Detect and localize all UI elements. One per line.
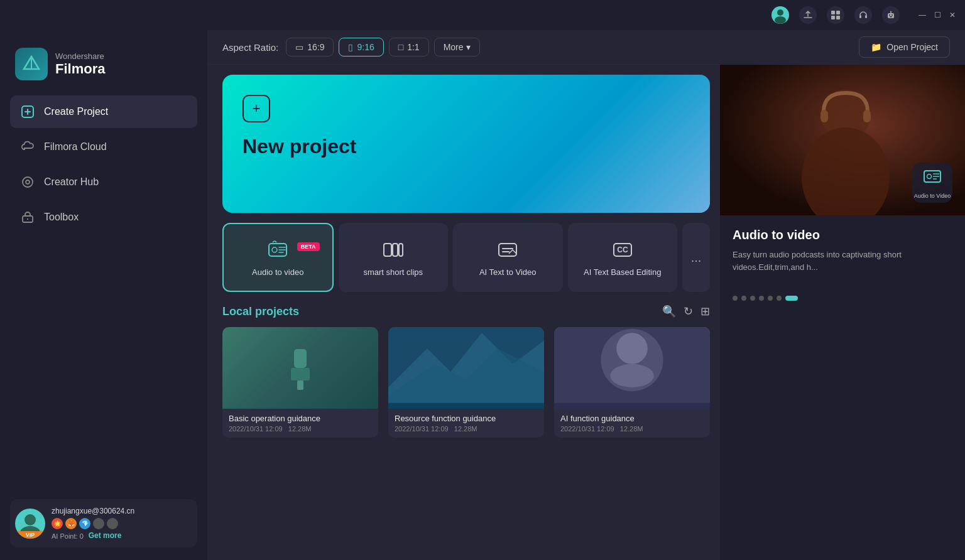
ai-points-label: AI Point: 0 bbox=[52, 532, 84, 540]
ai-text-to-video-icon bbox=[495, 237, 520, 262]
apps-grid-icon[interactable] bbox=[827, 6, 844, 24]
badge-4 bbox=[93, 518, 104, 529]
user-email: zhujiangxue@300624.cn bbox=[52, 507, 192, 515]
project-thumb-basic-op bbox=[222, 327, 378, 409]
svg-rect-54 bbox=[821, 110, 828, 122]
more-aspect-label: More bbox=[444, 42, 464, 52]
aspect-16-9-button[interactable]: ▭ 16:9 bbox=[286, 38, 334, 57]
feature-card-smart-short-clips[interactable]: smart short clips bbox=[339, 223, 449, 292]
svg-point-20 bbox=[23, 177, 33, 187]
svg-rect-31 bbox=[384, 244, 391, 256]
right-panel-thumbnail: Audio to Video bbox=[720, 65, 965, 215]
aspect-16-9-label: 16:9 bbox=[307, 42, 324, 52]
aspect-9-16-button[interactable]: ▯ 9:16 bbox=[339, 38, 383, 57]
dot-2[interactable] bbox=[741, 296, 746, 301]
svg-point-49 bbox=[610, 364, 653, 387]
project-date-basic-op: 2022/10/31 12:09 bbox=[229, 425, 283, 433]
svg-rect-45 bbox=[388, 403, 544, 409]
refresh-icon[interactable]: ↻ bbox=[684, 304, 693, 318]
window-controls[interactable]: — ☐ ✕ bbox=[917, 10, 957, 20]
robot-icon[interactable] bbox=[882, 6, 900, 24]
feature-card-ai-text-to-video[interactable]: AI Text to Video bbox=[453, 223, 563, 292]
dot-7-active[interactable] bbox=[785, 296, 798, 301]
audio-to-video-icon bbox=[265, 237, 290, 262]
aspect-ratio-label: Aspect Ratio: bbox=[222, 42, 278, 53]
dot-1[interactable] bbox=[733, 296, 738, 301]
project-meta-basic-op: 2022/10/31 12:09 12.28M bbox=[229, 425, 372, 433]
badge-3: 💎 bbox=[79, 518, 90, 529]
close-button[interactable]: ✕ bbox=[947, 10, 957, 20]
dot-5[interactable] bbox=[768, 296, 773, 301]
dot-3[interactable] bbox=[750, 296, 755, 301]
logo-subtitle: Wondershare bbox=[55, 51, 105, 61]
sidebar-item-label-creator-hub: Creator Hub bbox=[44, 176, 99, 188]
project-date-resource-fn: 2022/10/31 12:09 bbox=[395, 425, 449, 433]
main-layout: Wondershare Filmora Create Project bbox=[0, 30, 965, 560]
svg-rect-33 bbox=[399, 244, 403, 256]
minimize-button[interactable]: — bbox=[917, 10, 927, 20]
more-aspect-button[interactable]: More ▾ bbox=[434, 38, 480, 57]
dot-6[interactable] bbox=[777, 296, 782, 301]
section-header: Local projects 🔍 ↻ ⊞ bbox=[222, 304, 710, 318]
dot-4[interactable] bbox=[759, 296, 764, 301]
project-card-basic-op[interactable]: Basic operation guidance 2022/10/31 12:0… bbox=[222, 327, 378, 438]
project-meta-resource-fn: 2022/10/31 12:09 12.28M bbox=[395, 425, 538, 433]
content-area: Aspect Ratio: ▭ 16:9 ▯ 9:16 □ 1:1 More ▾ bbox=[207, 30, 965, 560]
feature-card-label-ai-text-to-video: AI Text to Video bbox=[479, 267, 537, 278]
smart-short-clips-icon bbox=[381, 237, 406, 262]
user-badges: 🌟 🦊 💎 bbox=[52, 518, 192, 529]
sidebar-item-filmora-cloud[interactable]: Filmora Cloud bbox=[10, 131, 197, 163]
open-project-label: Open Project bbox=[886, 42, 938, 52]
project-card-ai-fn[interactable]: AI function guidance 2022/10/31 12:09 12… bbox=[554, 327, 710, 438]
section-actions: 🔍 ↻ ⊞ bbox=[662, 304, 710, 318]
svg-text:CC: CC bbox=[617, 245, 628, 254]
svg-point-1 bbox=[775, 16, 786, 24]
svg-rect-6 bbox=[859, 15, 861, 18]
project-name-ai-fn: AI function guidance bbox=[560, 414, 704, 423]
cloud-icon bbox=[20, 139, 35, 154]
new-project-plus-icon: + bbox=[243, 95, 270, 122]
svg-point-21 bbox=[26, 180, 30, 184]
svg-rect-32 bbox=[393, 244, 398, 256]
user-avatar-icon[interactable] bbox=[771, 6, 789, 24]
new-project-title: New project bbox=[243, 135, 690, 158]
feature-card-ai-text-based-editing[interactable]: CC AI Text Based Editing bbox=[568, 223, 678, 292]
feature-card-ai-text-based-editing-inner: CC AI Text Based Editing bbox=[576, 237, 670, 278]
maximize-button[interactable]: ☐ bbox=[932, 10, 942, 20]
feature-card-audio-to-video[interactable]: BETA Aud bbox=[222, 223, 334, 292]
sidebar-item-toolbox[interactable]: Toolbox bbox=[10, 201, 197, 234]
project-card-resource-fn[interactable]: Resource function guidance 2022/10/31 12… bbox=[388, 327, 544, 438]
project-size-basic-op: 12.28M bbox=[288, 425, 312, 433]
svg-rect-4 bbox=[831, 16, 835, 19]
right-panel-description: Easy turn audio podcasts into captivatin… bbox=[733, 249, 952, 273]
vip-badge: VIP bbox=[15, 531, 45, 539]
sidebar-item-creator-hub[interactable]: Creator Hub bbox=[10, 166, 197, 198]
aspect-ratio-bar: Aspect Ratio: ▭ 16:9 ▯ 9:16 □ 1:1 More ▾ bbox=[207, 30, 965, 65]
aspect-1-1-button[interactable]: □ 1:1 bbox=[389, 38, 429, 57]
project-thumb-ai-fn bbox=[554, 327, 710, 409]
svg-point-57 bbox=[927, 174, 932, 178]
overlay-label: Audio to Video bbox=[914, 193, 951, 199]
get-more-button[interactable]: Get more bbox=[89, 531, 122, 540]
search-icon[interactable]: 🔍 bbox=[662, 304, 676, 318]
badge-5 bbox=[107, 518, 118, 529]
upload-icon[interactable] bbox=[799, 6, 817, 24]
beta-badge: BETA bbox=[297, 242, 320, 251]
app-logo bbox=[15, 48, 48, 80]
grid-view-icon[interactable]: ⊞ bbox=[701, 304, 710, 318]
project-name-basic-op: Basic operation guidance bbox=[229, 414, 372, 423]
main-scroll-area: + New project BETA bbox=[207, 65, 965, 560]
right-panel-content: Audio to video Easy turn audio podcasts … bbox=[720, 215, 965, 283]
logo-text: Wondershare Filmora bbox=[55, 51, 105, 77]
logo-area: Wondershare Filmora bbox=[10, 43, 197, 95]
aspect-9-16-label: 9:16 bbox=[357, 42, 374, 52]
creator-hub-icon bbox=[20, 175, 35, 190]
project-size-resource-fn: 12.28M bbox=[454, 425, 477, 433]
more-features-button[interactable]: ... bbox=[682, 223, 710, 292]
sidebar-item-create-project[interactable]: Create Project bbox=[10, 95, 197, 128]
open-project-button[interactable]: 📁 Open Project bbox=[859, 36, 950, 58]
svg-rect-9 bbox=[889, 14, 890, 16]
new-project-card[interactable]: + New project bbox=[222, 75, 710, 213]
headset-icon[interactable] bbox=[854, 6, 872, 24]
svg-point-27 bbox=[272, 247, 277, 252]
